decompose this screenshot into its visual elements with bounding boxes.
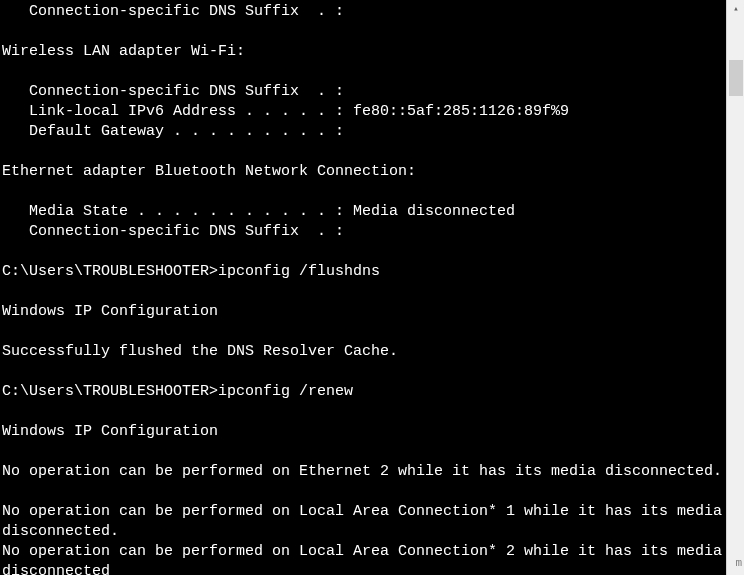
terminal-line: Media State . . . . . . . . . . . : Medi… — [2, 202, 726, 222]
terminal-line: No operation can be performed on Local A… — [2, 502, 726, 542]
terminal-line: Successfully flushed the DNS Resolver Ca… — [2, 342, 726, 362]
terminal-line — [2, 22, 726, 42]
terminal-line — [2, 442, 726, 462]
corner-char: m — [735, 553, 742, 573]
terminal-line — [2, 322, 726, 342]
terminal-line: C:\Users\TROUBLESHOOTER>ipconfig /flushd… — [2, 262, 726, 282]
scrollbar-thumb[interactable] — [729, 60, 743, 96]
terminal-line — [2, 282, 726, 302]
scrollbar-arrow-up-icon[interactable]: ▴ — [727, 0, 744, 18]
terminal-line: No operation can be performed on Etherne… — [2, 462, 726, 482]
terminal-line — [2, 242, 726, 262]
terminal-line: Windows IP Configuration — [2, 422, 726, 442]
terminal-line — [2, 402, 726, 422]
terminal-line: Connection-specific DNS Suffix . : — [2, 2, 726, 22]
terminal-line — [2, 62, 726, 82]
terminal-line: C:\Users\TROUBLESHOOTER>ipconfig /renew — [2, 382, 726, 402]
terminal-line — [2, 362, 726, 382]
terminal-line: Wireless LAN adapter Wi-Fi: — [2, 42, 726, 62]
scrollbar-track[interactable]: ▴ — [726, 0, 744, 575]
terminal-line — [2, 182, 726, 202]
terminal-line: Link-local IPv6 Address . . . . . : fe80… — [2, 102, 726, 122]
terminal-line — [2, 482, 726, 502]
terminal-line: Connection-specific DNS Suffix . : — [2, 222, 726, 242]
terminal-line: Connection-specific DNS Suffix . : — [2, 82, 726, 102]
terminal-line: Windows IP Configuration — [2, 302, 726, 322]
terminal-window: Connection-specific DNS Suffix . :Wirele… — [0, 0, 744, 575]
terminal-line: No operation can be performed on Local A… — [2, 542, 726, 575]
terminal-line: Default Gateway . . . . . . . . . : — [2, 122, 726, 142]
terminal-output[interactable]: Connection-specific DNS Suffix . :Wirele… — [0, 0, 726, 575]
terminal-line — [2, 142, 726, 162]
terminal-line: Ethernet adapter Bluetooth Network Conne… — [2, 162, 726, 182]
